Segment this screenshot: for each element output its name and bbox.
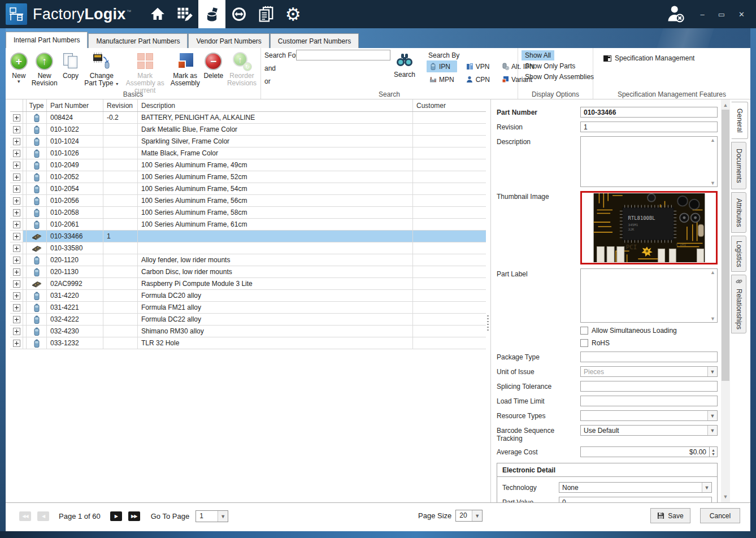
panel-scrollbar[interactable]: ▲ ▼: [721, 99, 730, 502]
average-cost-stepper[interactable]: ▲▼: [710, 446, 718, 457]
table-row[interactable]: 031-4221Formula FM21 alloy: [10, 302, 486, 314]
expand-plus-icon[interactable]: [13, 209, 20, 216]
planning-grid-pencil-icon[interactable]: [171, 0, 198, 28]
tab-customer-part-numbers[interactable]: Customer Part Numbers: [270, 33, 359, 48]
delete-button[interactable]: − Delete: [202, 50, 225, 81]
materials-library-icon[interactable]: [198, 0, 225, 28]
table-row[interactable]: 010-33580: [10, 242, 486, 254]
column-type[interactable]: Type: [27, 99, 47, 111]
side-tab-attributes[interactable]: Attributes: [731, 192, 746, 233]
expand-plus-icon[interactable]: [13, 257, 20, 264]
revision-input[interactable]: [580, 122, 718, 132]
scrollbar-thumb[interactable]: [722, 110, 729, 381]
search-button[interactable]: Search: [392, 49, 417, 80]
expand-plus-icon[interactable]: [13, 221, 20, 228]
column-revision[interactable]: Revision: [103, 99, 138, 111]
barcode-sequence-tracking-select[interactable]: Use Default▼: [580, 425, 718, 436]
expand-plus-icon[interactable]: [13, 150, 20, 157]
tab-manufacturer-part-numbers[interactable]: Manufacturer Part Numbers: [88, 33, 188, 48]
search-mode-mpn[interactable]: MPN: [427, 73, 457, 85]
expand-plus-icon[interactable]: [13, 245, 20, 252]
table-row[interactable]: 033-1232TLR 32 Hole: [10, 337, 486, 349]
table-row[interactable]: 010-2049100 Series Aluminum Frame, 49cm: [10, 159, 486, 171]
thumbnail-image[interactable]: RTL8100BL 345M1 32K: [580, 191, 718, 264]
cancel-button[interactable]: Cancel: [700, 508, 740, 523]
column-part-number[interactable]: Part Number: [47, 99, 103, 111]
expand-plus-icon[interactable]: [13, 340, 20, 347]
allow-simultaneous-loading-checkbox[interactable]: [580, 327, 588, 335]
unit-of-issue-select[interactable]: Pieces▼: [580, 366, 718, 377]
table-row[interactable]: 010-2056100 Series Aluminum Frame, 56cm: [10, 195, 486, 207]
table-row[interactable]: 020-1130Carbon Disc, low rider mounts: [10, 266, 486, 278]
average-cost-input[interactable]: [580, 446, 710, 457]
splicing-tolerance-input[interactable]: [580, 381, 718, 392]
copy-button[interactable]: Copy: [59, 50, 82, 81]
side-tab-relationships[interactable]: Relationships: [731, 275, 746, 333]
search-for-input[interactable]: [296, 50, 390, 60]
search-mode-ipn[interactable]: IPN: [427, 60, 457, 72]
expand-plus-icon[interactable]: [13, 173, 20, 181]
maximize-button[interactable]: ▭: [718, 11, 725, 18]
tab-internal-part-numbers[interactable]: Internal Part Numbers: [6, 32, 88, 48]
table-row[interactable]: 010-2054100 Series Aluminum Frame, 54cm: [10, 183, 486, 195]
mark-as-assembly-button[interactable]: Mark as Assembly: [169, 50, 202, 88]
side-tab-documents[interactable]: Documents: [731, 142, 746, 189]
distribution-icon[interactable]: [225, 0, 253, 28]
close-button[interactable]: ✕: [738, 11, 745, 18]
expand-plus-icon[interactable]: [13, 316, 20, 323]
side-tab-general[interactable]: General: [731, 102, 748, 139]
expand-plus-icon[interactable]: [13, 233, 20, 240]
user-logout-icon[interactable]: [666, 3, 686, 25]
change-part-type-button[interactable]: Change Part Type ▼: [82, 50, 121, 88]
scroll-up-icon[interactable]: ▲: [721, 101, 730, 110]
display-option-show-only-assemblies[interactable]: Show Only Assemblies: [522, 72, 597, 82]
load-time-limit-input[interactable]: [580, 396, 718, 406]
part-label-textarea[interactable]: ▲▼: [580, 268, 718, 323]
go-to-page-select[interactable]: 1▼: [195, 510, 228, 522]
table-row[interactable]: 010-2058100 Series Aluminum Frame, 58cm: [10, 207, 486, 219]
expand-plus-icon[interactable]: [13, 185, 20, 193]
display-option-show-all[interactable]: Show All: [522, 50, 554, 60]
expand-plus-icon[interactable]: [13, 197, 20, 205]
panel-splitter[interactable]: [486, 99, 490, 502]
table-row[interactable]: 010-2052100 Series Aluminum Frame, 52cm: [10, 171, 486, 183]
expand-plus-icon[interactable]: [13, 126, 20, 133]
table-row[interactable]: 031-4220Formula DC20 alloy: [10, 290, 486, 302]
search-mode-vpn[interactable]: VPN: [463, 60, 493, 72]
expand-plus-icon[interactable]: [13, 304, 20, 311]
scroll-down-icon[interactable]: ▼: [721, 492, 730, 501]
side-tab-logistics[interactable]: Logistics: [731, 236, 746, 272]
expand-plus-icon[interactable]: [13, 114, 20, 122]
column-description[interactable]: Description: [138, 99, 413, 111]
table-row[interactable]: 010-334661: [10, 231, 486, 242]
table-row[interactable]: 010-1026Matte Black, Frame Color: [10, 147, 486, 159]
table-row[interactable]: 010-2061100 Series Aluminum Frame, 61cm: [10, 219, 486, 231]
textarea-scrollbar[interactable]: ▲▼: [709, 137, 717, 186]
specification-management-button[interactable]: Specification Management: [603, 54, 748, 62]
part-number-input[interactable]: [580, 107, 718, 118]
textarea-scrollbar[interactable]: ▲▼: [709, 269, 717, 322]
description-textarea[interactable]: ▲▼: [580, 136, 718, 187]
next-page-button[interactable]: ▶: [110, 511, 122, 521]
technology-select[interactable]: None▼: [559, 482, 712, 493]
display-option-show-only-parts[interactable]: Show Only Parts: [522, 61, 579, 71]
expand-plus-icon[interactable]: [13, 162, 20, 169]
search-mode-cpn[interactable]: CPN: [463, 73, 493, 85]
column-customer[interactable]: Customer: [413, 99, 486, 111]
expand-plus-icon[interactable]: [13, 268, 20, 276]
minimize-button[interactable]: –: [701, 11, 705, 18]
home-icon[interactable]: [144, 0, 171, 28]
resource-types-select[interactable]: ▼: [580, 410, 718, 421]
settings-gear-icon[interactable]: ⚙: [280, 0, 307, 28]
save-button[interactable]: Save: [650, 508, 690, 523]
table-row[interactable]: 010-1022Dark Metallic Blue, Frame Color: [10, 124, 486, 136]
reports-icon[interactable]: [253, 0, 280, 28]
table-row[interactable]: 02AC9992Raspberry Pi Compute Module 3 Li…: [10, 278, 486, 290]
table-row[interactable]: 010-1024Sparkling Silver, Frame Color: [10, 136, 486, 147]
expand-plus-icon[interactable]: [13, 138, 20, 145]
table-row[interactable]: 008424-0.2BATTERY, PENLIGHT AA, ALKALINE: [10, 112, 486, 124]
expand-plus-icon[interactable]: [13, 328, 20, 335]
package-type-input[interactable]: [580, 352, 718, 362]
expand-plus-icon[interactable]: [13, 280, 20, 288]
table-row[interactable]: 032-4230Shimano RM30 alloy: [10, 326, 486, 337]
